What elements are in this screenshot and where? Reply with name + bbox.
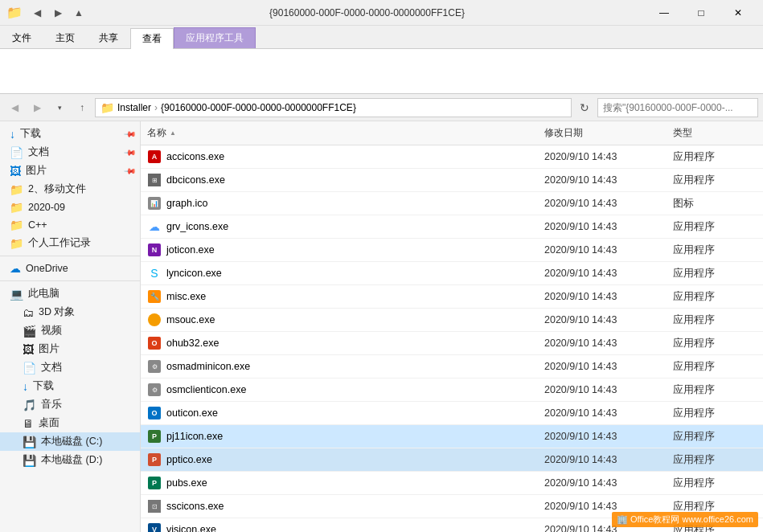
2020-09-icon: 📁 — [10, 201, 23, 214]
sidebar-label-3d-objects: 3D 对象 — [39, 305, 75, 319]
file-icon-misc: 🔧 — [147, 289, 162, 304]
file-label-ohub32: ohub32.exe — [166, 338, 219, 349]
sidebar-item-downloads[interactable]: ↓ 下载 📌 — [0, 125, 140, 143]
file-row-graph[interactable]: 📊 graph.ico 2020/9/10 14:43 图标 — [141, 192, 763, 215]
file-type-pubs: 应用程序 — [667, 475, 763, 492]
sidebar-item-pictures2[interactable]: 🖼 图片 — [0, 340, 140, 358]
sidebar-item-pictures[interactable]: 🖼 图片 📌 — [0, 162, 140, 180]
sidebar-item-cpp[interactable]: 📁 C++ — [0, 216, 140, 234]
file-row-osmadminicon[interactable]: ⚙ osmadminicon.exe 2020/9/10 14:43 应用程序 — [141, 355, 763, 379]
file-type-ohub32: 应用程序 — [667, 335, 763, 352]
file-row-pubs[interactable]: P pubs.exe 2020/9/10 14:43 应用程序 — [141, 472, 763, 495]
file-icon-visicon: V — [147, 522, 162, 532]
file-row-pj11icon[interactable]: P pj11icon.exe 2020/9/10 14:43 应用程序 — [141, 425, 763, 448]
drive-d-icon: 💾 — [23, 454, 36, 467]
file-date-pj11icon: 2020/9/10 14:43 — [538, 429, 667, 444]
file-icon-osmclienticon: ⚙ — [147, 383, 162, 397]
sidebar-item-desktop[interactable]: 🖥 桌面 — [0, 414, 140, 432]
file-icon-msouc — [147, 313, 162, 327]
file-row-accicons[interactable]: A accicons.exe 2020/9/10 14:43 应用程序 — [141, 145, 763, 169]
sidebar-item-2020-09[interactable]: 📁 2020-09 — [0, 198, 140, 216]
file-list-header: 名称 ▲ 修改日期 类型 — [141, 121, 763, 145]
file-row-msouc[interactable]: msouc.exe 2020/9/10 14:43 应用程序 — [141, 309, 763, 332]
path-part-installer[interactable]: Installer — [117, 102, 151, 113]
sidebar-item-downloads2[interactable]: ↓ 下载 — [0, 377, 140, 395]
sidebar-item-drive-c[interactable]: 💾 本地磁盘 (C:) — [0, 432, 140, 451]
tab-home[interactable]: 主页 — [43, 27, 87, 48]
file-row-osmclienticon[interactable]: ⚙ osmclienticon.exe 2020/9/10 14:43 应用程序 — [141, 379, 763, 402]
file-name-accicons: A accicons.exe — [141, 148, 538, 166]
file-row-grv-icons[interactable]: ☁ grv_icons.exe 2020/9/10 14:43 应用程序 — [141, 215, 763, 239]
file-row-lyncicon[interactable]: S lyncicon.exe 2020/9/10 14:43 应用程序 — [141, 262, 763, 285]
file-date-msouc: 2020/9/10 14:43 — [538, 313, 667, 327]
col-header-type[interactable]: 类型 — [667, 125, 763, 141]
file-name-graph: 📊 graph.ico — [141, 194, 538, 212]
videos-icon: 🎬 — [23, 325, 36, 338]
file-label-joticon: joticon.exe — [166, 244, 215, 256]
tab-app-tools[interactable]: 应用程序工具 — [174, 27, 256, 48]
col-header-name[interactable]: 名称 ▲ — [141, 125, 538, 141]
tab-view[interactable]: 查看 — [130, 28, 174, 49]
search-input[interactable] — [597, 98, 758, 117]
tab-share[interactable]: 共享 — [87, 27, 130, 48]
file-label-pj11icon: pj11icon.exe — [166, 431, 223, 442]
up-button[interactable]: ▲ — [69, 3, 88, 23]
folder-icon: 📁 — [6, 5, 23, 20]
path-part-guid[interactable]: {90160000-000F-0000-0000-0000000FF1CE} — [161, 102, 356, 113]
sidebar-label-2020-09: 2020-09 — [28, 202, 65, 213]
file-row-joticon[interactable]: N joticon.exe 2020/9/10 14:43 应用程序 — [141, 239, 763, 262]
minimize-button[interactable]: — — [646, 0, 683, 26]
close-button[interactable]: ✕ — [720, 0, 757, 26]
up-nav-button[interactable]: ↑ — [72, 98, 92, 117]
col-header-date[interactable]: 修改日期 — [538, 125, 667, 141]
file-label-pubs: pubs.exe — [166, 477, 207, 489]
sidebar-item-music[interactable]: 🎵 音乐 — [0, 395, 140, 414]
sidebar-item-work-log[interactable]: 📁 个人工作记录 — [0, 234, 140, 252]
sidebar-item-videos[interactable]: 🎬 视频 — [0, 321, 140, 340]
file-list: 名称 ▲ 修改日期 类型 A accicons.exe 2020/9/10 14… — [141, 121, 763, 532]
file-row-misc[interactable]: 🔧 misc.exe 2020/9/10 14:43 应用程序 — [141, 285, 763, 309]
file-row-outicon[interactable]: O outicon.exe 2020/9/10 14:43 应用程序 — [141, 402, 763, 425]
sidebar-item-3d-objects[interactable]: 🗂 3D 对象 — [0, 303, 140, 321]
address-path[interactable]: 📁 Installer › {90160000-000F-0000-0000-0… — [95, 98, 572, 117]
sidebar-label-onedrive: OneDrive — [26, 263, 68, 274]
sidebar-label-this-pc: 此电脑 — [28, 287, 59, 301]
music-icon: 🎵 — [23, 399, 36, 411]
sidebar-item-drive-d[interactable]: 💾 本地磁盘 (D:) — [0, 451, 140, 469]
file-icon-pptico: P — [147, 452, 162, 467]
file-date-lyncicon: 2020/9/10 14:43 — [538, 266, 667, 280]
file-row-dbcicons[interactable]: ⊞ dbcicons.exe 2020/9/10 14:43 应用程序 — [141, 169, 763, 192]
maximize-button[interactable]: □ — [683, 0, 720, 26]
file-label-grv-icons: grv_icons.exe — [166, 221, 228, 232]
sidebar-divider-1 — [0, 256, 140, 256]
pin-icon-documents: 📌 — [124, 145, 137, 158]
ribbon-tabs: 文件 主页 共享 查看 应用程序工具 — [0, 26, 763, 48]
refresh-button[interactable]: ↻ — [575, 98, 594, 117]
file-date-dbcicons: 2020/9/10 14:43 — [538, 173, 667, 187]
sidebar-item-move-files[interactable]: 📁 2、移动文件 — [0, 180, 140, 198]
ribbon: 文件 主页 共享 查看 应用程序工具 — [0, 26, 763, 94]
sidebar-label-drive-d: 本地磁盘 (D:) — [41, 453, 102, 467]
file-type-outicon: 应用程序 — [667, 405, 763, 422]
sidebar-label-move-files: 2、移动文件 — [28, 182, 86, 196]
sidebar-item-this-pc[interactable]: 💻 此电脑 — [0, 284, 140, 303]
back-button[interactable]: ◀ — [27, 3, 47, 23]
forward-nav-button[interactable]: ▶ — [27, 98, 47, 117]
file-icon-dbcicons: ⊞ — [147, 173, 162, 187]
file-label-osmclienticon: osmclienticon.exe — [166, 384, 246, 395]
file-row-ohub32[interactable]: O ohub32.exe 2020/9/10 14:43 应用程序 — [141, 332, 763, 355]
file-row-pptico[interactable]: P pptico.exe 2020/9/10 14:43 应用程序 — [141, 448, 763, 472]
forward-button[interactable]: ▶ — [48, 3, 68, 23]
sidebar-label-drive-c: 本地磁盘 (C:) — [41, 435, 102, 448]
sidebar-item-documents2[interactable]: 📄 文档 — [0, 358, 140, 377]
sidebar-item-documents[interactable]: 📄 文档 📌 — [0, 143, 140, 162]
file-date-misc: 2020/9/10 14:43 — [538, 289, 667, 304]
sidebar-item-onedrive[interactable]: ☁ OneDrive — [0, 260, 140, 277]
file-name-ohub32: O ohub32.exe — [141, 334, 538, 352]
recent-locations-button[interactable]: ▾ — [50, 98, 69, 117]
file-date-grv-icons: 2020/9/10 14:43 — [538, 219, 667, 234]
tab-file[interactable]: 文件 — [0, 27, 43, 48]
documents2-icon: 📄 — [23, 362, 36, 374]
back-nav-button[interactable]: ◀ — [5, 98, 24, 117]
sidebar-label-documents: 文档 — [28, 145, 49, 159]
